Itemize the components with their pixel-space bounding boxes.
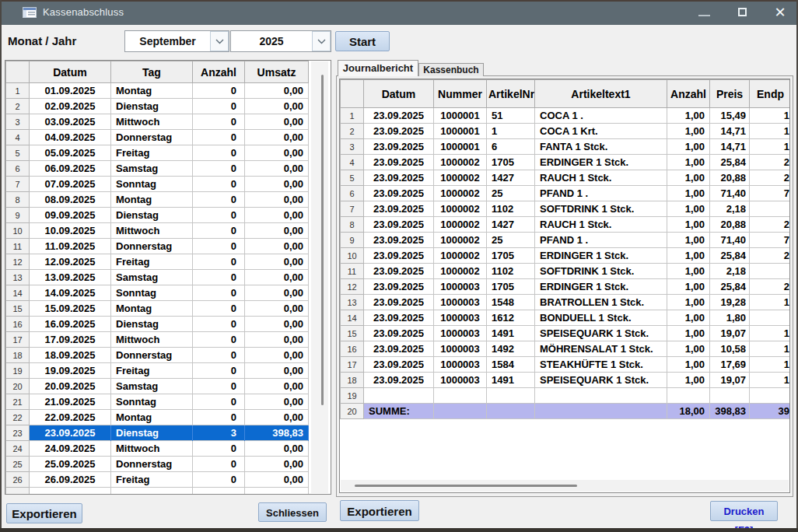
row-number-cell[interactable]: 10: [6, 223, 30, 239]
journal-row[interactable]: 1523.09.202510000031491SPEISEQUARK 1 Stc…: [341, 326, 791, 341]
endpreis-cell[interactable]: 7: [750, 186, 791, 201]
datum-cell[interactable]: 23.09.2025: [364, 217, 434, 233]
anzahl-cell[interactable]: 0: [193, 472, 245, 488]
artikelnr-cell[interactable]: 1491: [487, 326, 535, 341]
artikelnr-cell[interactable]: 1102: [487, 201, 535, 217]
journal-row[interactable]: 523.09.202510000021427RAUCH 1 Stck.1,002…: [341, 170, 791, 186]
nummer-cell[interactable]: 1000003: [434, 295, 487, 310]
artikeltext-cell[interactable]: RAUCH 1 Stck.: [535, 217, 667, 233]
row-number-cell[interactable]: 9: [6, 208, 30, 223]
umsatz-cell[interactable]: 0,00: [245, 83, 309, 99]
row-number-cell[interactable]: 14: [6, 285, 30, 301]
anzahl-cell[interactable]: 1,00: [667, 310, 710, 326]
row-number-cell[interactable]: 4: [6, 130, 30, 145]
datum-cell[interactable]: 11.09.2025: [30, 239, 111, 254]
preis-cell[interactable]: 19,28: [710, 295, 750, 310]
umsatz-cell[interactable]: 0,00: [245, 457, 309, 472]
preis-cell[interactable]: 19,07: [710, 326, 750, 341]
nummer-cell[interactable]: 1000002: [434, 201, 487, 217]
umsatz-cell[interactable]: 0,00: [245, 379, 309, 394]
artikeltext-cell[interactable]: ERDINGER 1 Stck.: [535, 248, 667, 264]
nummer-cell[interactable]: [434, 388, 487, 404]
journal-row[interactable]: 823.09.202510000021427RAUCH 1 Stck.1,002…: [341, 217, 791, 233]
row-number-cell[interactable]: 13: [341, 295, 364, 310]
tag-cell[interactable]: Donnerstag: [111, 348, 193, 363]
anzahl-cell[interactable]: 1,00: [667, 217, 710, 233]
day-row[interactable]: 1616.09.2025Dienstag00,00: [6, 317, 309, 332]
row-number-cell[interactable]: 15: [341, 326, 364, 341]
artikeltext-cell[interactable]: SPEISEQUARK 1 Stck.: [535, 373, 667, 388]
datum-cell[interactable]: 23.09.2025: [364, 341, 434, 357]
anzahl-cell[interactable]: 1,00: [667, 186, 710, 201]
datum-cell[interactable]: 23.09.2025: [364, 155, 434, 170]
year-select[interactable]: 2025: [230, 30, 331, 52]
anzahl-cell[interactable]: 0: [193, 192, 245, 208]
umsatz-cell[interactable]: 0,00: [245, 270, 309, 285]
nummer-cell[interactable]: 1000003: [434, 326, 487, 341]
datum-cell[interactable]: 23.09.2025: [364, 326, 434, 341]
umsatz-cell[interactable]: 0,00: [245, 317, 309, 332]
datum-cell[interactable]: 23.09.2025: [364, 279, 434, 295]
artikelnr-cell[interactable]: [487, 404, 535, 419]
anzahl-cell[interactable]: 0: [193, 145, 245, 161]
artikeltext-cell[interactable]: [535, 404, 667, 419]
artikeltext-cell[interactable]: SOFTDRINK 1 Stck.: [535, 264, 667, 279]
row-number-cell[interactable]: 18: [6, 348, 30, 363]
row-number-cell[interactable]: 2: [341, 124, 364, 139]
endpreis-cell[interactable]: [750, 388, 791, 404]
umsatz-cell[interactable]: 0,00: [245, 441, 309, 457]
anzahl-cell[interactable]: 0: [193, 441, 245, 457]
artikelnr-cell[interactable]: 1548: [487, 295, 535, 310]
preis-cell[interactable]: 25,84: [710, 279, 750, 295]
anzahl-cell[interactable]: [667, 388, 710, 404]
export-right-button[interactable]: Exportieren: [340, 500, 419, 521]
datum-cell[interactable]: 23.09.2025: [364, 248, 434, 264]
journal-row[interactable]: 1223.09.202510000031705ERDINGER 1 Stck.1…: [341, 279, 791, 295]
journal-row[interactable]: 623.09.2025100000225PFAND 1 .1,0071,407: [341, 186, 791, 201]
row-number-cell[interactable]: 15: [6, 301, 30, 317]
umsatz-cell[interactable]: 0,00: [245, 301, 309, 317]
artikelnr-cell[interactable]: 6: [487, 139, 535, 155]
nummer-cell[interactable]: 1000002: [434, 186, 487, 201]
day-row[interactable]: 1919.09.2025Freitag00,00: [6, 363, 309, 379]
endpreis-cell[interactable]: 1: [750, 124, 791, 139]
tag-cell[interactable]: Donnerstag: [111, 457, 193, 472]
datum-cell[interactable]: [364, 388, 434, 404]
tag-cell[interactable]: Sonntag: [111, 177, 193, 192]
row-number-cell[interactable]: 26: [6, 472, 30, 488]
close-icon[interactable]: ✕: [767, 0, 793, 25]
preis-cell[interactable]: 20,88: [710, 170, 750, 186]
umsatz-cell[interactable]: 0,00: [245, 239, 309, 254]
minimize-button[interactable]: [691, 0, 717, 25]
day-row[interactable]: 1414.09.2025Sonntag00,00: [6, 285, 309, 301]
row-number-cell[interactable]: 3: [6, 114, 30, 130]
row-number-cell[interactable]: 10: [341, 248, 364, 264]
anzahl-cell[interactable]: 0: [193, 348, 245, 363]
tag-cell[interactable]: Mittwoch: [111, 114, 193, 130]
endpreis-cell[interactable]: 2: [750, 217, 791, 233]
journal-row[interactable]: 923.09.2025100000225PFAND 1 .1,0071,407: [341, 233, 791, 248]
anzahl-cell[interactable]: 0: [193, 130, 245, 145]
anzahl-cell[interactable]: 1,00: [667, 124, 710, 139]
chevron-down-icon[interactable]: [210, 31, 229, 51]
anzahl-cell[interactable]: 0: [193, 114, 245, 130]
umsatz-cell[interactable]: 0,00: [245, 332, 309, 348]
datum-cell[interactable]: 23.09.2025: [364, 373, 434, 388]
anzahl-cell[interactable]: 1,00: [667, 279, 710, 295]
endpreis-cell[interactable]: 1: [750, 108, 791, 124]
nummer-cell[interactable]: 1000003: [434, 373, 487, 388]
row-number-cell[interactable]: 8: [6, 192, 30, 208]
anzahl-cell[interactable]: 3: [193, 425, 245, 441]
tag-cell[interactable]: Freitag: [111, 145, 193, 161]
anzahl-cell[interactable]: 1,00: [667, 248, 710, 264]
day-row[interactable]: 2424.09.2025Mittwoch00,00: [6, 441, 309, 457]
anzahl-cell[interactable]: 0: [193, 332, 245, 348]
endpreis-cell[interactable]: 1: [750, 326, 791, 341]
endpreis-cell[interactable]: 2: [750, 248, 791, 264]
endpreis-cell[interactable]: 1: [750, 373, 791, 388]
datum-cell[interactable]: 10.09.2025: [30, 223, 111, 239]
preis-cell[interactable]: 2,18: [710, 264, 750, 279]
tag-cell[interactable]: Dienstag: [111, 425, 193, 441]
journal-row[interactable]: 1423.09.202510000031612BONDUELL 1 Stck.1…: [341, 310, 791, 326]
endpreis-cell[interactable]: [750, 201, 791, 217]
